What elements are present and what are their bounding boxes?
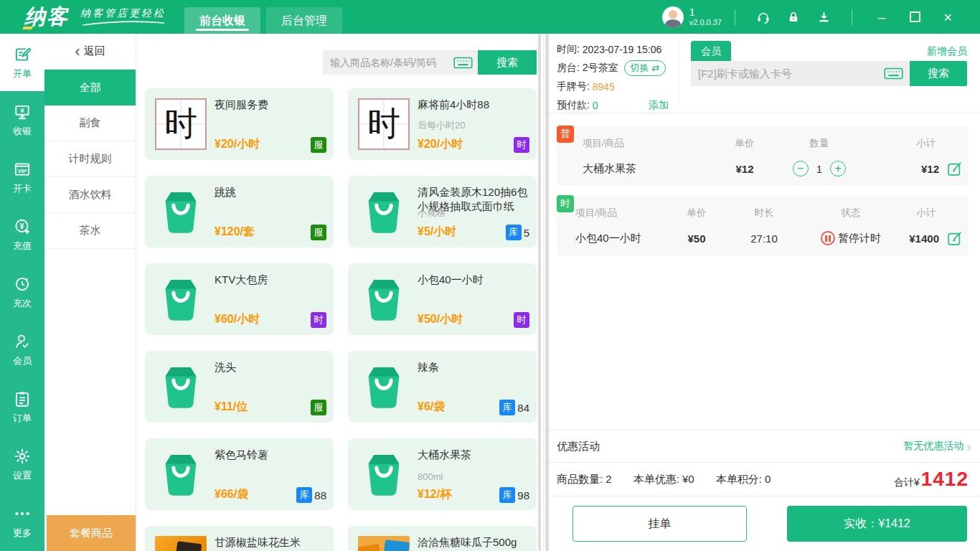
qty-total-label: 商品数量: [557, 473, 603, 485]
sidebar-item-open-card[interactable]: VIP 开卡 [0, 149, 44, 206]
hold-order-button[interactable]: 挂单 [573, 506, 747, 542]
member-search-button[interactable]: 搜索 [910, 61, 967, 86]
product-price: ¥6/袋 [418, 400, 445, 415]
points-label: 本单积分: [716, 473, 762, 485]
product-type-badge: 库 [296, 487, 312, 503]
edit-item-button[interactable] [946, 161, 963, 177]
timer-status-text: 暂停计时 [838, 232, 881, 245]
cart-item-name: 大桶水果茶 [557, 153, 713, 184]
product-price: ¥20/小时 [215, 137, 260, 152]
keyboard-icon[interactable] [453, 57, 473, 69]
chevron-right-icon: › [966, 439, 971, 453]
product-type-badge: 库 [499, 400, 515, 415]
member-section: 会员 新增会员 [679, 40, 967, 104]
shopping-bag-icon [155, 448, 207, 500]
download-icon[interactable] [816, 10, 831, 24]
gear-icon [12, 446, 32, 466]
promo-row[interactable]: 优惠活动 暂无优惠活动 › [544, 430, 980, 462]
customer-service-icon[interactable] [756, 10, 771, 24]
tab-backend-admin[interactable]: 后台管理 [266, 7, 342, 34]
switch-room-button[interactable]: 切换 ⇄ [624, 60, 666, 76]
edit-item-button[interactable] [946, 230, 963, 247]
shopping-bag-icon [358, 361, 410, 413]
sidebar-item-member[interactable]: 会员 [0, 321, 44, 378]
timed-item-badge: 时 [557, 195, 574, 212]
product-name: 洽洽焦糖味瓜子500g [418, 535, 531, 550]
product-card[interactable]: 紫色马铃薯 ¥66/袋 库 88 [145, 438, 334, 510]
window-maximize-button[interactable] [907, 9, 923, 25]
panel-scrollbar[interactable] [545, 34, 549, 551]
product-photo [155, 536, 207, 551]
product-card[interactable]: 洽洽焦糖味瓜子500g [348, 526, 537, 551]
product-image: 时 [358, 98, 410, 150]
category-item-side-food[interactable]: 副食 [44, 105, 136, 141]
package-products-button[interactable]: 套餐商品 [47, 515, 136, 551]
product-image [358, 536, 410, 551]
cart-item-price: ¥50 [666, 222, 727, 254]
lock-icon[interactable] [786, 10, 801, 24]
product-name: 洗头 [215, 360, 328, 375]
product-price: ¥120/套 [215, 225, 255, 240]
back-label: 返回 [84, 44, 105, 58]
product-card[interactable]: 小包40一小时 ¥50/小时 时 [348, 263, 537, 335]
pause-timer-icon[interactable] [821, 231, 835, 245]
category-item-all[interactable]: 全部 [44, 70, 136, 105]
sidebar-item-recharge-times[interactable]: 充次 [0, 263, 44, 321]
product-sub-spec: 后每小时20 [418, 119, 465, 132]
product-price: ¥5/小时 [418, 225, 456, 240]
sidebar-item-settings[interactable]: 设置 [0, 435, 44, 493]
maximize-icon [910, 11, 920, 22]
window-close-button[interactable]: × [940, 9, 956, 25]
shopping-bag-icon [358, 448, 410, 500]
cart-item-name: 小包40一小时 [557, 222, 666, 254]
order-panel: 时间: 2023-07-19 15:06 房台: 2号茶室 切换 ⇄ 手牌号: … [543, 34, 980, 551]
product-card[interactable]: 清风金装原木120抽6包小规格抽取式面巾纸 小规格 ¥5/小时 库 5 [348, 176, 537, 248]
sidebar-item-orders[interactable]: 订单 [0, 378, 44, 435]
add-prepaid-link[interactable]: 添加 [649, 99, 669, 112]
cashier-monitor-icon: ¥ [12, 102, 32, 122]
sidebar-item-more[interactable]: 更多 [0, 493, 44, 550]
category-item-timing-rules[interactable]: 计时规则 [44, 141, 136, 177]
category-item-drinks[interactable]: 酒水饮料 [44, 177, 136, 213]
sidebar-item-recharge[interactable]: ¥ 充值 [0, 206, 44, 263]
shopping-bag-icon [155, 361, 207, 413]
shi-character-image: 时 [358, 98, 410, 150]
product-price: ¥20/小时 [418, 137, 463, 152]
user-avatar[interactable] [662, 6, 684, 28]
product-card[interactable]: 时 麻将前4小时88 后每小时20 ¥20/小时 时 [348, 88, 537, 160]
svg-text:VIP: VIP [17, 168, 27, 174]
tab-front-cashier[interactable]: 前台收银 [184, 7, 260, 34]
qty-minus-button[interactable]: − [793, 161, 809, 176]
product-type-badge: 库 [499, 487, 515, 503]
open-order-icon [12, 44, 32, 65]
product-card[interactable]: KTV大包房 ¥60/小时 时 [145, 263, 334, 335]
product-card[interactable]: 洗头 ¥11/位 服 [145, 351, 334, 423]
category-item-tea[interactable]: 茶水 [44, 213, 136, 249]
product-card[interactable]: 跳跳 ¥120/套 服 [145, 176, 334, 248]
member-card-input[interactable] [691, 61, 910, 86]
checkout-button[interactable]: 实收：¥1412 [787, 506, 967, 542]
window-minimize-button[interactable]: – [874, 9, 890, 25]
shopping-bag-icon [155, 186, 207, 237]
sidebar-item-cashier[interactable]: ¥ 收银 [0, 91, 44, 149]
product-card[interactable]: 时 夜间服务费 ¥20/小时 服 [145, 88, 334, 160]
total-value: 1412 [921, 468, 969, 491]
product-name: 跳跳 [215, 185, 328, 199]
sidebar: 开单 ¥ 收银 VIP [0, 34, 44, 551]
new-member-link[interactable]: 新增会员 [927, 45, 967, 58]
back-button[interactable]: ‹ 返回 [44, 34, 136, 70]
prepaid-value: 0 [593, 100, 598, 111]
keyboard-icon[interactable] [884, 67, 903, 80]
product-card[interactable]: 大桶水果茶 800ml ¥12/杯 库 98 [348, 438, 537, 510]
cart-block-timed: 时 项目/商品 单价 时长 状态 小计 小包40一小时 ¥50 27:10 暂停… [557, 195, 969, 255]
qty-plus-button[interactable]: + [830, 161, 846, 176]
product-card[interactable]: 辣条 ¥6/袋 库 84 [348, 351, 537, 423]
product-card[interactable]: 甘源椒盐味花生米 [145, 526, 334, 551]
member-tab[interactable]: 会员 [691, 41, 731, 61]
promo-value: 暂无优惠活动 [903, 440, 963, 453]
slogan-underline [81, 21, 166, 27]
product-search-button[interactable]: 搜索 [478, 50, 537, 75]
product-image [358, 273, 410, 325]
sidebar-item-open-order[interactable]: 开单 [0, 34, 44, 91]
cart-item-subtotal: ¥12 [921, 163, 939, 175]
